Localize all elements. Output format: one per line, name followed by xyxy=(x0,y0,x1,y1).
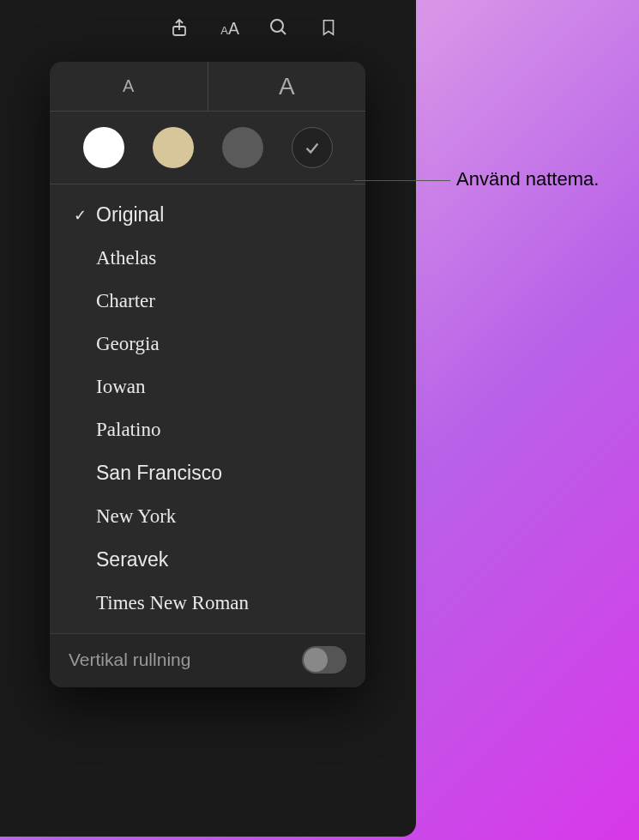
font-option[interactable]: ✓Palatino xyxy=(50,408,365,451)
font-option[interactable]: ✓San Francisco xyxy=(50,451,365,495)
text-size-row: A A xyxy=(50,62,365,112)
font-label: Original xyxy=(96,203,164,227)
font-label: San Francisco xyxy=(96,462,222,485)
theme-row xyxy=(50,112,365,184)
text-size-smaller-button[interactable]: A xyxy=(50,62,208,111)
toolbar: AA xyxy=(167,15,341,39)
font-label: Seravek xyxy=(96,548,168,571)
font-label: Iowan xyxy=(96,376,145,398)
svg-text:A: A xyxy=(228,19,239,38)
vertical-scroll-toggle[interactable] xyxy=(302,646,347,674)
vertical-scroll-row: Vertikal rullning xyxy=(50,633,365,687)
app-window: AA A A ✓Original✓Athelas✓Charter✓Georgia… xyxy=(0,0,416,837)
svg-text:A: A xyxy=(220,24,228,37)
svg-line-4 xyxy=(281,30,286,34)
font-label: Times New Roman xyxy=(96,592,249,614)
font-option[interactable]: ✓Times New Roman xyxy=(50,582,365,625)
callout-line xyxy=(354,180,450,181)
theme-night-swatch[interactable] xyxy=(292,127,333,168)
font-list: ✓Original✓Athelas✓Charter✓Georgia✓Iowan✓… xyxy=(50,184,365,633)
font-option[interactable]: ✓New York xyxy=(50,495,365,538)
text-size-larger-button[interactable]: A xyxy=(208,62,366,111)
font-label: Athelas xyxy=(96,247,156,269)
font-label: New York xyxy=(96,505,176,528)
theme-gray-swatch[interactable] xyxy=(222,127,263,168)
font-option[interactable]: ✓Seravek xyxy=(50,538,365,582)
callout-text: Använd nattema. xyxy=(456,168,599,190)
search-icon[interactable] xyxy=(267,15,291,39)
svg-point-3 xyxy=(271,20,283,32)
font-label: Palatino xyxy=(96,419,160,441)
checkmark-icon: ✓ xyxy=(74,206,91,225)
appearance-icon[interactable]: AA xyxy=(217,15,241,39)
font-option[interactable]: ✓Georgia xyxy=(50,323,365,366)
font-option[interactable]: ✓Charter xyxy=(50,280,365,323)
font-label: Charter xyxy=(96,290,155,312)
vertical-scroll-label: Vertikal rullning xyxy=(69,650,190,670)
font-option[interactable]: ✓Original xyxy=(50,193,365,237)
checkmark-icon xyxy=(303,138,322,157)
theme-white-swatch[interactable] xyxy=(83,127,124,168)
theme-sepia-swatch[interactable] xyxy=(153,127,194,168)
appearance-popover: A A ✓Original✓Athelas✓Charter✓Georgia✓Io… xyxy=(50,62,365,687)
share-icon[interactable] xyxy=(167,15,191,39)
font-option[interactable]: ✓Athelas xyxy=(50,237,365,280)
font-option[interactable]: ✓Iowan xyxy=(50,366,365,408)
bookmark-icon[interactable] xyxy=(316,15,341,39)
font-label: Georgia xyxy=(96,333,160,355)
